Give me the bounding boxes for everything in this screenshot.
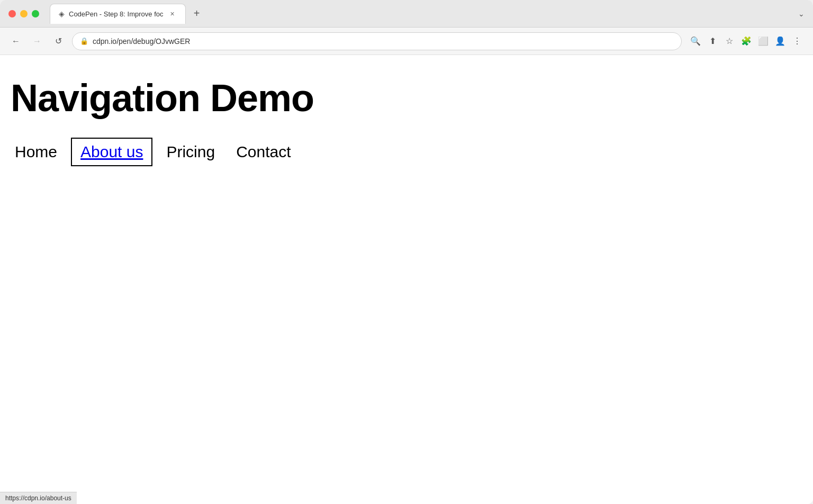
forward-button[interactable]: → [30,34,44,49]
page-title: Navigation Demo [11,76,802,120]
extensions-icon[interactable]: 🧩 [739,34,754,49]
split-view-icon[interactable]: ⬜ [756,34,771,49]
nav-link-pricing[interactable]: Pricing [162,141,219,163]
status-url: https://cdpn.io/about-us [5,494,71,502]
tab-close-button[interactable]: × [167,9,177,19]
browser-window: ◈ CodePen - Step 8: Improve foc × + ⌄ ← … [0,0,813,504]
new-tab-button[interactable]: + [188,5,205,22]
nav-link-contact[interactable]: Contact [232,141,295,163]
nav-link-home[interactable]: Home [11,141,61,163]
profile-icon[interactable]: 👤 [773,34,788,49]
traffic-light-red[interactable] [8,10,16,17]
tab-title: CodePen - Step 8: Improve foc [69,10,163,18]
traffic-lights [8,10,39,17]
tab-dropdown-button[interactable]: ⌄ [798,10,805,18]
address-input[interactable]: 🔒 cdpn.io/pen/debug/OJvwGER [72,32,682,50]
menu-icon[interactable]: ⋮ [790,34,805,49]
address-text: cdpn.io/pen/debug/OJvwGER [93,37,190,46]
active-tab[interactable]: ◈ CodePen - Step 8: Improve foc × [50,4,186,24]
search-icon[interactable]: 🔍 [688,34,703,49]
address-bar: ← → ↺ 🔒 cdpn.io/pen/debug/OJvwGER 🔍 ⬆ ☆ … [0,28,813,55]
tab-bar: ◈ CodePen - Step 8: Improve foc × + ⌄ [50,4,805,24]
traffic-light-green[interactable] [32,10,39,17]
share-icon[interactable]: ⬆ [705,34,720,49]
title-bar: ◈ CodePen - Step 8: Improve foc × + ⌄ [0,0,813,28]
status-bar: https://cdpn.io/about-us [0,492,77,504]
traffic-light-yellow[interactable] [20,10,28,17]
page-content: Navigation Demo Home About us Pricing Co… [0,55,813,504]
nav-link-about-us[interactable]: About us [74,141,149,163]
back-button[interactable]: ← [8,34,23,49]
reload-button[interactable]: ↺ [51,34,66,49]
bookmark-icon[interactable]: ☆ [722,34,737,49]
navigation: Home About us Pricing Contact [11,141,802,163]
toolbar-icons: 🔍 ⬆ ☆ 🧩 ⬜ 👤 ⋮ [688,34,805,49]
tab-codepen-icon: ◈ [59,10,65,18]
lock-icon: 🔒 [80,37,88,45]
